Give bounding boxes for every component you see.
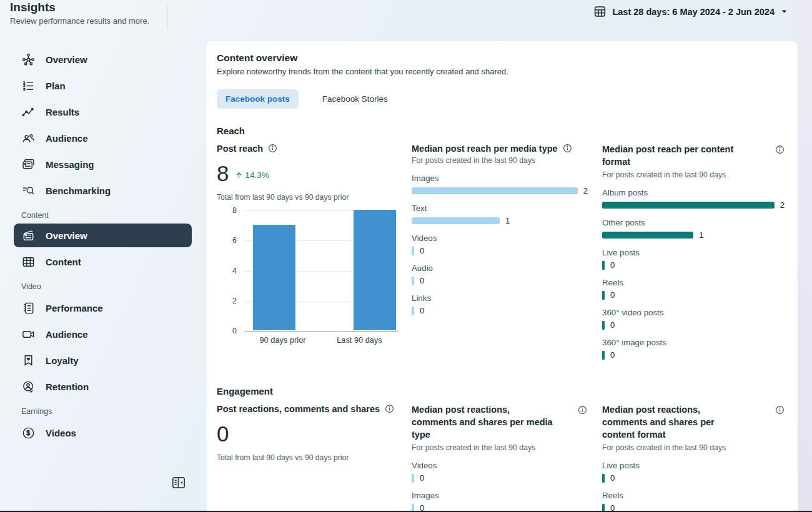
content-tabs: Facebook posts Facebook Stories <box>217 89 785 109</box>
post-reach-bar-chart: 8 6 4 2 0 <box>217 210 398 345</box>
bar-value: 0 <box>610 290 615 300</box>
media-type-subtitle: For posts created in the last 90 days <box>412 156 588 165</box>
bar-label: Images <box>412 174 588 183</box>
info-icon[interactable] <box>267 143 278 154</box>
media-type-title: Median post reach per media type <box>412 144 558 154</box>
sidebar-section-earnings: Earnings <box>14 407 192 416</box>
sidebar-section-video: Video <box>14 282 192 291</box>
bar-last-90-days <box>354 210 396 330</box>
date-range-label: Last 28 days: 6 May 2024 - 2 Jun 2024 <box>612 7 775 17</box>
bar <box>602 232 693 239</box>
post-reach-value: 8 <box>217 162 229 184</box>
bar-label: Album posts <box>602 188 785 197</box>
bar <box>412 187 578 194</box>
tab-facebook-posts[interactable]: Facebook posts <box>217 89 299 109</box>
engagement-total-value: 0 <box>217 423 229 445</box>
bar-value: 2 <box>780 200 785 210</box>
person-check-icon <box>21 380 36 394</box>
sidebar-item-video-loyalty[interactable]: Loyalty <box>14 347 192 373</box>
sidebar-item-content-content[interactable]: Content <box>14 249 192 275</box>
sidebar-item-messaging[interactable]: Messaging <box>14 151 192 177</box>
bar-label: Images <box>412 491 588 500</box>
info-icon[interactable] <box>775 405 785 415</box>
post-reach-title: Post reach <box>217 144 263 154</box>
sidebar-item-audience[interactable]: Audience <box>14 125 192 151</box>
content-format-subtitle: For posts created in the last 90 days <box>602 170 785 179</box>
engagement-section-title: Engagement <box>217 386 785 396</box>
y-tick: 2 <box>232 297 237 305</box>
content-overview-card: Content overview Explore noteworthy tren… <box>206 41 798 512</box>
bar <box>602 291 605 300</box>
sidebar-item-benchmarking[interactable]: Benchmarking <box>14 177 192 204</box>
page-title: Insights <box>10 1 56 14</box>
svg-text:3: 3 <box>23 87 26 91</box>
sidebar-item-label: Audience <box>46 329 88 340</box>
info-icon[interactable] <box>775 144 785 155</box>
bar-row-live-posts: Live posts 0 <box>602 248 785 270</box>
engagement-total-note: Total from last 90 days vs 90 days prior <box>217 453 398 462</box>
sidebar-item-video-retention[interactable]: Retention <box>14 373 192 400</box>
sidebar-item-label: Performance <box>46 303 103 313</box>
numbered-list-icon: 1 2 3 <box>21 79 36 93</box>
bar-label: 360° video posts <box>602 308 785 317</box>
x-label: Last 90 days <box>321 335 398 345</box>
table-grid-icon <box>21 255 36 269</box>
content-format-title: Median post reach per content format <box>602 143 747 168</box>
sidebar-item-results[interactable]: Results <box>14 99 192 125</box>
chart-x-axis: 90 days prior Last 90 days <box>244 335 398 345</box>
caret-down-icon <box>780 7 788 16</box>
page-subtitle: Review performance results and more. <box>10 16 149 26</box>
bar-row-live-posts: Live posts 0 <box>602 461 785 483</box>
sidebar: Overview 1 2 3 Plan Results <box>0 41 206 512</box>
arrow-up-icon <box>235 171 243 179</box>
sidebar-item-plan[interactable]: 1 2 3 Plan <box>14 72 192 99</box>
trend-line-icon <box>21 105 36 119</box>
bar-value: 0 <box>610 350 615 360</box>
sidebar-item-video-audience[interactable]: Audience <box>14 321 192 347</box>
search-compare-icon <box>21 184 36 198</box>
info-icon[interactable] <box>577 405 588 415</box>
sidebar-item-label: Overview <box>46 230 87 241</box>
bar-row-other-posts: Other posts 1 <box>602 218 785 240</box>
y-tick: 6 <box>232 236 237 245</box>
svg-text:$: $ <box>26 429 30 436</box>
bar-label: Videos <box>412 461 588 470</box>
sidebar-item-label: Loyalty <box>46 355 79 366</box>
collapse-sidebar-icon[interactable] <box>171 475 187 491</box>
chart-plot-area <box>244 210 398 331</box>
engagement-content-format-subtitle: For posts created in the last 90 days <box>602 443 785 452</box>
network-icon <box>21 52 36 67</box>
sidebar-item-label: Videos <box>46 428 76 438</box>
sidebar-item-label: Benchmarking <box>46 185 111 196</box>
engagement-total-panel: Post reactions, comments and shares 0 To… <box>217 403 398 512</box>
date-range-picker[interactable]: Last 28 days: 6 May 2024 - 2 Jun 2024 <box>593 5 788 18</box>
sidebar-item-overview[interactable]: Overview <box>14 46 192 72</box>
bar <box>602 321 605 330</box>
bar-row-audio: Audio 0 <box>412 263 588 285</box>
bar-row-360-image-posts: 360° image posts 0 <box>602 338 785 360</box>
badge-heart-icon <box>21 353 36 368</box>
post-stack-icon <box>21 229 36 243</box>
bar-row-videos: Videos 0 <box>412 234 588 255</box>
engagement-content-format-title: Median post reactions, comments and shar… <box>602 403 747 441</box>
engagement-media-type-panel: Median post reactions, comments and shar… <box>412 403 588 512</box>
x-label: 90 days prior <box>244 335 321 345</box>
engagement-total-title: Post reactions, comments and shares <box>217 404 380 414</box>
info-icon[interactable] <box>384 403 395 414</box>
bar-label: Other posts <box>602 218 785 227</box>
reach-section-title: Reach <box>217 126 785 136</box>
calendar-icon <box>593 5 607 18</box>
bar-value: 0 <box>610 320 615 330</box>
bar-label: Links <box>412 293 588 303</box>
info-icon[interactable] <box>562 143 573 154</box>
tab-facebook-stories[interactable]: Facebook Stories <box>314 89 397 109</box>
y-tick: 4 <box>232 267 237 275</box>
sidebar-item-video-performance[interactable]: Performance <box>14 295 192 321</box>
sidebar-item-content-overview[interactable]: Overview <box>14 224 192 247</box>
dollar-circle-icon: $ <box>21 426 36 440</box>
sidebar-section-content: Content <box>14 211 192 220</box>
bar-value: 0 <box>420 473 424 483</box>
sidebar-item-earnings-videos[interactable]: $ Videos <box>14 420 192 446</box>
bar-row-album-posts: Album posts 2 <box>602 188 785 210</box>
sidebar-item-label: Overview <box>46 54 87 65</box>
